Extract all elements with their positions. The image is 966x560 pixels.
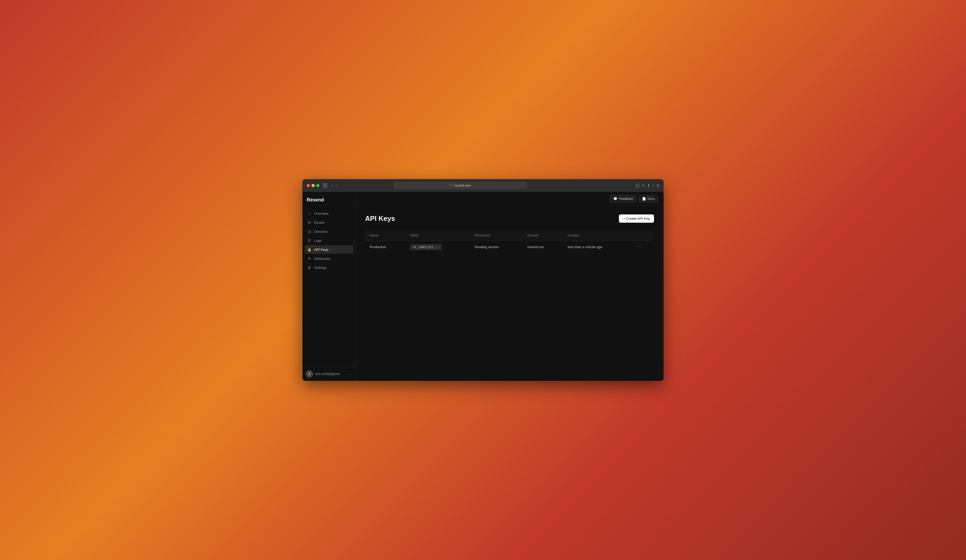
duplicate-button[interactable]: ⧉ xyxy=(657,183,659,188)
page-title: API Keys xyxy=(365,215,395,223)
feedback-label: Feedback xyxy=(619,197,633,201)
sidebar-label-webhooks: Webhooks xyxy=(314,257,330,260)
sidebar-item-emails[interactable]: ✉ Emails xyxy=(305,218,353,227)
address-bar[interactable]: 🛡 resend.com xyxy=(394,182,527,189)
maximize-button[interactable] xyxy=(316,184,319,187)
browser-controls xyxy=(323,183,327,187)
cell-token: re_14NYz1X1... xyxy=(406,241,470,253)
main-header: 💬 Feedback 📄 Docs xyxy=(356,192,664,206)
column-header-token: Token xyxy=(406,230,470,241)
sidebar-toggle-button[interactable] xyxy=(323,183,327,187)
refresh-button[interactable]: ↻ xyxy=(642,183,645,188)
docs-label: Docs xyxy=(647,197,655,201)
sidebar-item-domains[interactable]: ◎ Domains xyxy=(305,227,353,236)
browser-window: ‹ › 🛡 resend.com ⬛ ↻ ⬆ + ⧉ Resend ⌂ Over… xyxy=(302,179,664,381)
page-header: API Keys + Create API Key xyxy=(365,215,654,223)
cell-name: Production xyxy=(365,241,406,253)
column-header-permission: Permission xyxy=(470,230,523,241)
row-actions-button[interactable]: ··· xyxy=(637,244,642,249)
webhook-icon: ⟳ xyxy=(307,256,312,260)
cell-created: less than a minute ago xyxy=(564,241,633,253)
sidebar-label-settings: Settings xyxy=(314,266,327,270)
cell-domain: resend.run xyxy=(523,241,564,253)
globe-icon: ◎ xyxy=(307,229,312,234)
close-button[interactable] xyxy=(307,184,310,187)
sidebar: Resend ⌂ Overview ✉ Emails ◎ Domains ☰ L… xyxy=(302,192,356,381)
column-header-name: Name xyxy=(365,230,406,241)
api-keys-table: Name Token Permission Domain Created Pro… xyxy=(365,230,654,253)
create-api-key-button[interactable]: + Create API Key xyxy=(619,215,654,223)
nav-arrows: ‹ › xyxy=(330,183,338,188)
forward-button[interactable]: › xyxy=(335,183,338,188)
sidebar-item-overview[interactable]: ⌂ Overview xyxy=(305,209,353,218)
share-button[interactable]: ⬆ xyxy=(647,183,650,188)
docs-button[interactable]: 📄 Docs xyxy=(639,195,658,203)
sidebar-label-logs: Logs xyxy=(314,239,322,242)
column-header-domain: Domain xyxy=(523,230,564,241)
sidebar-item-settings[interactable]: ⚙ Settings xyxy=(305,263,353,272)
main-content: 💬 Feedback 📄 Docs API Keys + Create API … xyxy=(356,192,664,381)
sidebar-label-emails: Emails xyxy=(314,221,324,224)
sidebar-label-api-keys: API Keys xyxy=(314,247,328,252)
minimize-button[interactable] xyxy=(312,184,315,187)
back-button[interactable]: ‹ xyxy=(330,183,334,188)
table-header: Name Token Permission Domain Created xyxy=(365,230,654,241)
page-content: API Keys + Create API Key Name Token Per… xyxy=(356,206,664,381)
browser-chrome: ‹ › 🛡 resend.com ⬛ ↻ ⬆ + ⧉ xyxy=(302,179,664,192)
table-row: Production re_14NYz1X1... Sending access… xyxy=(365,241,654,253)
new-tab-button[interactable]: + xyxy=(652,183,654,188)
sidebar-label-overview: Overview xyxy=(314,211,329,216)
lock-icon: 🔒 xyxy=(307,247,312,252)
app-logo: Resend xyxy=(302,192,355,207)
docs-icon: 📄 xyxy=(642,197,646,201)
settings-icon: ⚙ xyxy=(307,265,312,270)
app-container: Resend ⌂ Overview ✉ Emails ◎ Domains ☰ L… xyxy=(302,192,664,381)
sidebar-item-webhooks[interactable]: ⟳ Webhooks xyxy=(305,254,353,263)
sidebar-item-logs[interactable]: ☰ Logs xyxy=(305,236,353,245)
sidebar-item-api-keys[interactable]: 🔒 API Keys xyxy=(305,245,353,254)
user-email: zno.rocha@gmai... xyxy=(315,372,347,376)
column-header-actions xyxy=(633,230,654,241)
user-menu[interactable]: Z zno.rocha@gmai... ··· xyxy=(302,367,355,381)
traffic-lights xyxy=(307,184,319,187)
url-text: resend.com xyxy=(454,183,471,187)
sidebar-nav: ⌂ Overview ✉ Emails ◎ Domains ☰ Logs 🔒 xyxy=(302,207,355,367)
feedback-icon: 💬 xyxy=(613,197,618,201)
cell-permission: Sending access xyxy=(470,241,523,253)
sidebar-label-domains: Domains xyxy=(314,229,328,234)
feedback-button[interactable]: 💬 Feedback xyxy=(610,195,636,203)
email-icon: ✉ xyxy=(307,220,312,224)
browser-actions: ⬛ ↻ ⬆ + ⧉ xyxy=(635,183,659,188)
column-header-created: Created xyxy=(564,230,633,241)
security-icon: 🛡 xyxy=(450,184,453,187)
table-body: Production re_14NYz1X1... Sending access… xyxy=(365,241,654,253)
token-badge: re_14NYz1X1... xyxy=(410,244,442,250)
cell-actions: ··· xyxy=(633,241,654,253)
home-icon: ⌂ xyxy=(307,211,312,216)
user-more-icon[interactable]: ··· xyxy=(349,372,352,376)
avatar: Z xyxy=(306,370,313,378)
cast-button[interactable]: ⬛ xyxy=(635,183,640,188)
logs-icon: ☰ xyxy=(307,238,312,242)
